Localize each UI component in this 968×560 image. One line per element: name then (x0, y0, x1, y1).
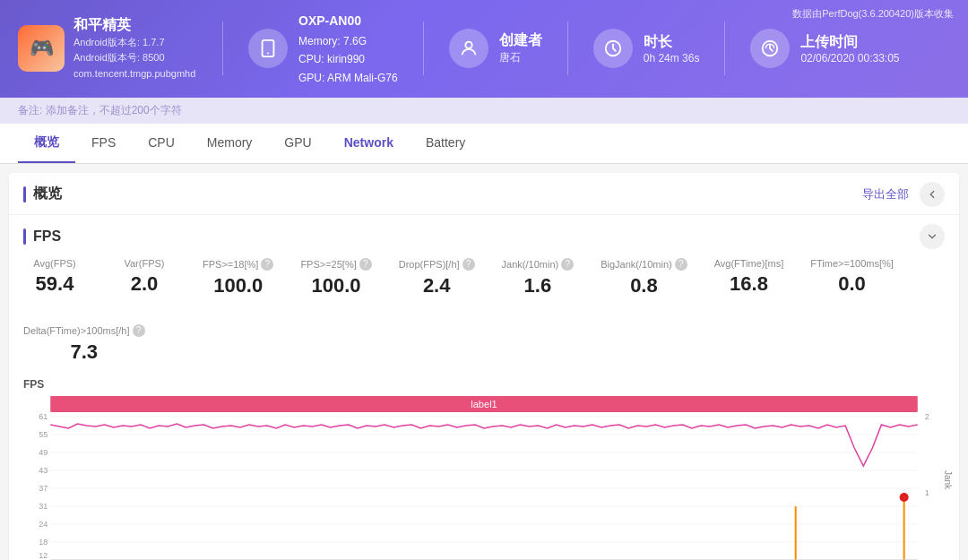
svg-text:label1: label1 (471, 399, 497, 409)
app-text: 和平精英 Android版本名: 1.7.7 Android版本号: 8500 … (73, 16, 195, 82)
bigjank-dot (900, 493, 909, 502)
stat-delta-ftime: Delta(FTime)>100ms[/h] ? 7.3 (23, 324, 145, 364)
svg-text:49: 49 (39, 448, 48, 457)
creator-text: 创建者 唐石 (499, 31, 542, 65)
stat-bigjank: BigJank(/10min) ? 0.8 (601, 258, 687, 297)
tab-memory[interactable]: Memory (191, 125, 269, 162)
stat-label-bigjank: BigJank(/10min) ? (601, 258, 687, 271)
divider2 (423, 22, 424, 75)
data-notice: 数据由PerfDog(3.6.200420)版本收集 (792, 7, 954, 21)
collapse-button[interactable] (920, 182, 945, 207)
fps-title: FPS (23, 228, 61, 245)
device-section: OXP-AN00 Memory: 7.6G CPU: kirin990 GPU:… (248, 11, 398, 87)
app-name: 和平精英 (73, 16, 195, 35)
stat-jank: Jank(/10min) ? 1.6 (502, 258, 575, 297)
export-button[interactable]: 导出全部 (862, 186, 909, 202)
overview-title: 概览 (23, 185, 62, 203)
content: 概览 导出全部 FPS Avg(FPS) 59.4 (0, 173, 968, 560)
svg-text:12: 12 (39, 551, 48, 560)
tab-gpu[interactable]: GPU (268, 125, 327, 162)
svg-point-2 (465, 42, 471, 48)
header: 🎮 和平精英 Android版本名: 1.7.7 Android版本号: 850… (0, 0, 968, 98)
help-icon-fps18[interactable]: ? (261, 258, 273, 271)
duration-label: 时长 (644, 33, 700, 52)
help-icon-jank[interactable]: ? (561, 258, 574, 271)
svg-text:37: 37 (39, 484, 48, 493)
svg-text:55: 55 (39, 430, 48, 439)
right-axis-label: Jank (943, 470, 953, 489)
remarks-placeholder: 备注: 添加备注，不超过200个字符 (18, 104, 182, 116)
help-icon-bigjank[interactable]: ? (675, 258, 687, 271)
upload-value: 02/06/2020 00:33:05 (800, 52, 899, 65)
help-icon-drop[interactable]: ? (462, 258, 475, 271)
stat-label-drop-fps: Drop(FPS)[/h] ? (399, 258, 475, 271)
duration-icon (593, 29, 633, 68)
stat-value-bigjank: 0.8 (601, 274, 687, 297)
divider (222, 22, 223, 75)
stat-var-fps: Var(FPS) 2.0 (113, 258, 176, 296)
device-id: OXP-AN00 (298, 11, 398, 32)
stat-value-fps18: 100.0 (203, 274, 273, 297)
svg-text:43: 43 (39, 466, 48, 475)
divider3 (567, 22, 568, 75)
stat-value-ftime100: 0.0 (810, 272, 894, 296)
tab-network[interactable]: Network (328, 125, 410, 162)
duration-text: 时长 0h 24m 36s (644, 33, 700, 65)
help-icon-fps25[interactable]: ? (359, 258, 372, 271)
stat-label-var-fps: Var(FPS) (113, 258, 176, 269)
chart-y-label: FPS (23, 378, 945, 391)
fps-stats: Avg(FPS) 59.4 Var(FPS) 2.0 FPS>=18[%] ? … (23, 258, 945, 364)
app-icon: 🎮 (18, 25, 65, 72)
stat-value-jank: 1.6 (502, 274, 575, 297)
overview-section: 概览 导出全部 FPS Avg(FPS) 59.4 (9, 173, 959, 560)
stat-value-delta-ftime: 7.3 (23, 340, 145, 364)
stat-ftime100: FTime>=100ms[%] 0.0 (810, 258, 894, 296)
stat-label-fps18: FPS>=18[%] ? (203, 258, 273, 271)
fps-section: FPS Avg(FPS) 59.4 Var(FPS) 2.0 FPS>=18[%… (9, 215, 959, 560)
svg-text:24: 24 (39, 520, 48, 529)
svg-rect-5 (23, 394, 945, 560)
duration-section: 时长 0h 24m 36s (593, 29, 700, 68)
chart-area: FPS label1 (23, 378, 945, 560)
stat-label-avg-fps: Avg(FPS) (23, 258, 86, 269)
tab-battery[interactable]: Battery (410, 125, 481, 162)
stat-value-avg-fps: 59.4 (23, 272, 86, 296)
creator-value: 唐石 (499, 50, 542, 65)
stat-fps18: FPS>=18[%] ? 100.0 (203, 258, 273, 297)
stat-value-avg-ftime: 16.8 (714, 272, 784, 296)
device-memory: Memory: 7.6G (298, 32, 398, 50)
svg-text:2: 2 (925, 412, 929, 421)
upload-text: 上传时间 02/06/2020 00:33:05 (800, 33, 899, 65)
stat-label-ftime100: FTime>=100ms[%] (810, 258, 894, 269)
stat-value-drop-fps: 2.4 (399, 274, 475, 297)
stat-avg-fps: Avg(FPS) 59.4 (23, 258, 86, 296)
upload-icon (750, 29, 790, 68)
upload-label: 上传时间 (800, 33, 899, 52)
creator-section: 创建者 唐石 (449, 29, 542, 68)
fps-chart-svg: label1 61 55 49 (23, 394, 945, 560)
overview-header: 概览 导出全部 (9, 173, 959, 215)
device-cpu: CPU: kirin990 (298, 50, 398, 68)
divider4 (724, 22, 725, 75)
svg-text:18: 18 (39, 538, 48, 547)
chart-wrapper: label1 61 55 49 (23, 394, 945, 560)
stat-avg-ftime: Avg(FTime)[ms] 16.8 (714, 258, 784, 296)
stat-value-fps25: 100.0 (300, 274, 371, 297)
creator-icon (449, 29, 488, 68)
stat-label-delta-ftime: Delta(FTime)>100ms[/h] ? (23, 324, 145, 337)
svg-text:1: 1 (925, 488, 929, 497)
stat-label-jank: Jank(/10min) ? (502, 258, 575, 271)
tab-fps[interactable]: FPS (75, 125, 132, 162)
fps-collapse-button[interactable] (920, 224, 945, 249)
stat-label-fps25: FPS>=25[%] ? (300, 258, 371, 271)
device-info: OXP-AN00 Memory: 7.6G CPU: kirin990 GPU:… (298, 11, 398, 87)
stat-fps25: FPS>=25[%] ? 100.0 (300, 258, 371, 297)
app-info: 🎮 和平精英 Android版本名: 1.7.7 Android版本号: 850… (18, 16, 197, 82)
help-icon-delta[interactable]: ? (133, 324, 145, 337)
device-gpu: GPU: ARM Mali-G76 (298, 69, 398, 87)
svg-text:61: 61 (39, 412, 48, 421)
device-icon (248, 29, 288, 68)
tab-overview[interactable]: 概览 (18, 124, 75, 163)
remarks-bar: 备注: 添加备注，不超过200个字符 (0, 98, 968, 124)
tab-cpu[interactable]: CPU (132, 125, 191, 162)
